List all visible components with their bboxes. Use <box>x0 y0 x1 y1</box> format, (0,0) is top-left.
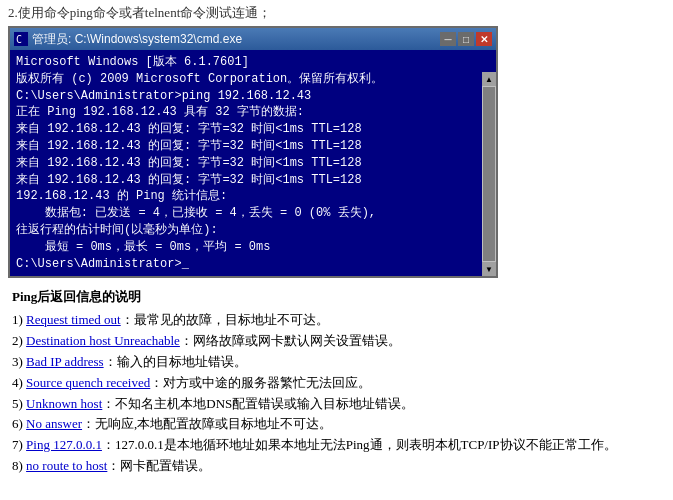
ping-item-num: 8) <box>12 458 26 473</box>
close-button[interactable]: ✕ <box>476 32 492 46</box>
cmd-line: 数据包: 已发送 = 4，已接收 = 4，丢失 = 0 (0% 丢失), <box>16 205 478 222</box>
scroll-thumb[interactable] <box>483 87 495 261</box>
ping-item-num: 4) <box>12 375 26 390</box>
ping-item-num: 6) <box>12 416 26 431</box>
cmd-titlebar: C 管理员: C:\Windows\system32\cmd.exe ─ □ ✕ <box>10 28 496 50</box>
ping-info-section: Ping后返回信息的说明 1) Request timed out：最常见的故障… <box>8 288 665 476</box>
minimize-button[interactable]: ─ <box>440 32 456 46</box>
ping-item-label[interactable]: No answer <box>26 416 82 431</box>
ping-item-separator: ：最常见的故障，目标地址不可达。 <box>121 312 329 327</box>
ping-list-item: 6) No answer：无响应,本地配置故障或目标地址不可达。 <box>12 414 661 435</box>
ping-item-label[interactable]: Unknown host <box>26 396 102 411</box>
cmd-line: 正在 Ping 192.168.12.43 具有 32 字节的数据: <box>16 104 478 121</box>
ping-item-label[interactable]: Ping 127.0.0.1 <box>26 437 102 452</box>
ping-list-item: 8) no route to host：网卡配置错误。 <box>12 456 661 477</box>
ping-item-num: 2) <box>12 333 26 348</box>
ping-item-separator: ：网卡配置错误。 <box>107 458 211 473</box>
scroll-up-button[interactable]: ▲ <box>482 72 496 86</box>
cmd-scrollbar[interactable]: ▲ ▼ <box>482 72 496 276</box>
svg-text:C: C <box>16 34 22 45</box>
cmd-line: Microsoft Windows [版本 6.1.7601] <box>16 54 478 71</box>
ping-list-item: 7) Ping 127.0.0.1：127.0.0.1是本地循环地址如果本地址无… <box>12 435 661 456</box>
cmd-body: Microsoft Windows [版本 6.1.7601]版权所有 (c) … <box>10 50 496 276</box>
ping-list-item: 5) Unknown host：不知名主机本地DNS配置错误或输入目标地址错误。 <box>12 394 661 415</box>
ping-item-separator: ：无响应,本地配置故障或目标地址不可达。 <box>82 416 332 431</box>
ping-item-separator: ：不知名主机本地DNS配置错误或输入目标地址错误。 <box>102 396 414 411</box>
ping-list-item: 2) Destination host Unreachable：网络故障或网卡默… <box>12 331 661 352</box>
ping-item-label[interactable]: no route to host <box>26 458 107 473</box>
ping-item-separator: ：127.0.0.1是本地循环地址如果本地址无法Ping通，则表明本机TCP/I… <box>102 437 617 452</box>
cmd-line: 来自 192.168.12.43 的回复: 字节=32 时间<1ms TTL=1… <box>16 172 478 189</box>
scroll-down-button[interactable]: ▼ <box>482 262 496 276</box>
cmd-line: 192.168.12.43 的 Ping 统计信息: <box>16 188 478 205</box>
ping-item-num: 7) <box>12 437 26 452</box>
ping-info-title: Ping后返回信息的说明 <box>12 288 661 306</box>
ping-list-item: 3) Bad IP address：输入的目标地址错误。 <box>12 352 661 373</box>
ping-item-label[interactable]: Source quench received <box>26 375 150 390</box>
cmd-line: 来自 192.168.12.43 的回复: 字节=32 时间<1ms TTL=1… <box>16 121 478 138</box>
instruction-line: 2.使用命令ping命令或者telnent命令测试连通； <box>8 4 665 22</box>
ping-item-num: 1) <box>12 312 26 327</box>
cmd-icon: C <box>14 32 28 46</box>
cmd-line: 版权所有 (c) 2009 Microsoft Corporation。保留所有… <box>16 71 478 88</box>
cmd-line: C:\Users\Administrator>ping 192.168.12.4… <box>16 88 478 105</box>
cmd-line: 来自 192.168.12.43 的回复: 字节=32 时间<1ms TTL=1… <box>16 138 478 155</box>
ping-item-num: 5) <box>12 396 26 411</box>
cmd-window: C 管理员: C:\Windows\system32\cmd.exe ─ □ ✕… <box>8 26 498 278</box>
cmd-titlebar-buttons: ─ □ ✕ <box>440 32 492 46</box>
cmd-line: C:\Users\Administrator>_ <box>16 256 478 273</box>
ping-item-separator: ：网络故障或网卡默认网关设置错误。 <box>180 333 401 348</box>
maximize-button[interactable]: □ <box>458 32 474 46</box>
ping-item-label[interactable]: Bad IP address <box>26 354 104 369</box>
ping-list-item: 4) Source quench received：对方或中途的服务器繁忙无法回… <box>12 373 661 394</box>
page-container: 2.使用命令ping命令或者telnent命令测试连通； C 管理员: C:\W… <box>0 0 673 485</box>
cmd-line: 往返行程的估计时间(以毫秒为单位): <box>16 222 478 239</box>
ping-item-label[interactable]: Destination host Unreachable <box>26 333 180 348</box>
ping-list: 1) Request timed out：最常见的故障，目标地址不可达。2) D… <box>12 310 661 476</box>
ping-item-separator: ：输入的目标地址错误。 <box>104 354 247 369</box>
ping-item-separator: ：对方或中途的服务器繁忙无法回应。 <box>150 375 371 390</box>
cmd-line: 来自 192.168.12.43 的回复: 字节=32 时间<1ms TTL=1… <box>16 155 478 172</box>
ping-item-label[interactable]: Request timed out <box>26 312 121 327</box>
cmd-title: 管理员: C:\Windows\system32\cmd.exe <box>32 31 440 48</box>
ping-item-num: 3) <box>12 354 26 369</box>
cmd-line: 最短 = 0ms，最长 = 0ms，平均 = 0ms <box>16 239 478 256</box>
ping-list-item: 1) Request timed out：最常见的故障，目标地址不可达。 <box>12 310 661 331</box>
